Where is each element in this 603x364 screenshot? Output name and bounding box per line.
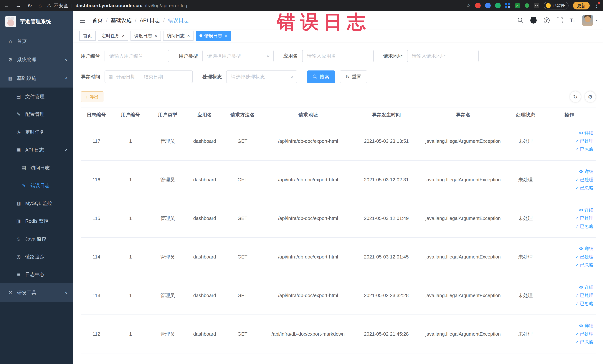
refresh-button[interactable]: ↻ — [570, 91, 581, 102]
detail-link[interactable]: 详细 — [579, 323, 593, 329]
sidebar-item-5[interactable]: ◷定时任务 — [0, 123, 73, 141]
hamburger-icon[interactable]: ☰ — [79, 16, 86, 24]
sidebar-item-0[interactable]: ⌂首页 — [0, 32, 73, 50]
user-id-cell: 1 — [112, 315, 149, 353]
sidebar-item-9[interactable]: ▥MySQL 监控 — [0, 194, 73, 212]
help-icon[interactable]: ? — [544, 17, 550, 23]
tab-1[interactable]: 定时任务× — [98, 31, 128, 41]
search-button[interactable]: 搜索 — [307, 70, 335, 83]
mark-processed-link[interactable]: ✓已处理 — [575, 293, 593, 298]
request-url-input[interactable] — [407, 50, 479, 62]
app-name-cell: dashboard — [186, 160, 223, 199]
search-icon[interactable] — [518, 18, 523, 23]
exception-time-range-picker[interactable]: ▦ 开始日期 - 结束日期 — [104, 70, 193, 83]
sidebar-item-label: 链路追踪 — [25, 254, 45, 260]
mark-processed-link[interactable]: ✓已处理 — [575, 331, 593, 337]
eye-icon — [579, 208, 583, 212]
infra-icon: ▦ — [7, 75, 13, 81]
app-name-input[interactable] — [302, 50, 374, 62]
mark-processed-link[interactable]: ✓已处理 — [575, 215, 593, 221]
detail-link[interactable]: 详细 — [579, 169, 593, 175]
column-settings-button[interactable]: ⚙ — [585, 91, 596, 102]
mark-ignored-link[interactable]: ✓已忽略 — [575, 301, 593, 306]
user-id-input[interactable] — [104, 50, 169, 62]
breadcrumb-item-0[interactable]: 首页 — [92, 17, 103, 24]
user-id-cell: 1 — [112, 237, 149, 276]
back-icon[interactable]: ← — [4, 2, 9, 9]
sidebar-item-12[interactable]: ◎链路追踪 — [0, 248, 73, 266]
reload-icon[interactable]: ↻ — [27, 2, 32, 9]
url-text[interactable]: dashboard.yudao.iocoder.cn/infra/log/api… — [75, 3, 187, 9]
exception-time-label: 异常时间 — [81, 74, 100, 80]
sidebar-item-label: 定时任务 — [25, 129, 45, 135]
paused-chip[interactable]: 已暂停 — [544, 2, 568, 10]
mark-processed-link[interactable]: ✓已处理 — [575, 138, 593, 144]
site-security-chip[interactable]: ⚠ 不安全 — [47, 2, 68, 9]
tab-label: 定时任务 — [102, 33, 119, 39]
close-icon[interactable]: × — [225, 34, 227, 38]
action-label: 已处理 — [580, 331, 593, 337]
breadcrumb-item-1[interactable]: 基础设施 — [111, 17, 132, 24]
check-icon: ✓ — [575, 185, 579, 190]
close-icon[interactable]: × — [155, 34, 157, 38]
action-label: 已忽略 — [580, 339, 593, 345]
actions-cell: 详细✓已处理✓已忽略 — [543, 237, 596, 276]
forward-icon[interactable]: → — [16, 2, 21, 9]
user-avatar[interactable]: ▾ — [582, 15, 597, 26]
extension-icon-grid[interactable] — [505, 3, 510, 8]
breadcrumb-separator: / — [135, 17, 136, 23]
api-log-icon: ▣ — [16, 147, 22, 153]
extension-icon-blue[interactable] — [485, 3, 491, 8]
github-icon[interactable] — [530, 17, 537, 23]
bookmark-star-icon[interactable]: ☆ — [466, 3, 471, 9]
tab-label: 错误日志 — [204, 33, 222, 39]
extension-icon-green[interactable] — [495, 3, 501, 8]
user-type-select[interactable]: 请选择用户类型∨ — [202, 50, 274, 62]
tab-2[interactable]: 调度日志× — [130, 31, 161, 41]
mark-ignored-link[interactable]: ✓已忽略 — [575, 223, 593, 229]
extension-icon-small-green[interactable] — [525, 3, 529, 8]
close-icon[interactable]: × — [187, 34, 190, 38]
fullscreen-icon[interactable] — [557, 17, 563, 23]
sidebar-logo[interactable]: 芋道管理系统 — [0, 11, 73, 32]
extension-on-badge[interactable]: on — [515, 3, 520, 8]
extension-icon-red[interactable] — [475, 3, 481, 8]
sidebar-item-8-active[interactable]: ✎错误日志 — [0, 176, 73, 194]
process-status-select[interactable]: 请选择处理状态∨ — [226, 70, 297, 83]
sidebar-item-10[interactable]: ◨Redis 监控 — [0, 212, 73, 230]
mark-ignored-link[interactable]: ✓已忽略 — [575, 146, 593, 152]
method-cell: GET — [223, 199, 262, 237]
detail-link[interactable]: 详细 — [579, 130, 593, 136]
sidebar-item-11[interactable]: ♨Java 监控 — [0, 230, 73, 248]
sidebar-item-14[interactable]: ⚒研发工具∨ — [0, 283, 73, 302]
detail-link[interactable]: 详细 — [579, 207, 593, 213]
browser-menu-icon[interactable]: ⋮ — [594, 3, 599, 9]
sidebar-item-3[interactable]: ▤文件管理 — [0, 88, 73, 105]
detail-link[interactable]: 详细 — [579, 284, 593, 290]
mark-ignored-link[interactable]: ✓已忽略 — [575, 339, 593, 345]
close-icon[interactable]: × — [122, 34, 125, 38]
sidebar-item-2[interactable]: ▦基础设施∧ — [0, 69, 73, 88]
sidebar-item-1[interactable]: ⚙系统管理∨ — [0, 50, 73, 69]
font-size-icon[interactable]: TT — [570, 17, 575, 23]
home-icon[interactable]: ⌂ — [38, 2, 42, 9]
mark-ignored-link[interactable]: ✓已忽略 — [575, 185, 593, 191]
reset-button[interactable]: ↻重置 — [340, 70, 367, 83]
detail-link[interactable]: 详细 — [579, 246, 593, 252]
tab-0[interactable]: 首页 — [79, 31, 96, 41]
tab-3[interactable]: 访问日志× — [163, 31, 194, 41]
export-button[interactable]: ↓导出 — [81, 91, 104, 102]
mark-processed-link[interactable]: ✓已处理 — [575, 254, 593, 260]
sidebar-item-4[interactable]: ✎配置管理 — [0, 105, 73, 123]
mark-processed-link[interactable]: ✓已处理 — [575, 177, 593, 183]
browser-update-button[interactable]: 更新 — [573, 2, 590, 10]
breadcrumb-item-2[interactable]: API 日志 — [140, 17, 160, 24]
sidebar-item-7[interactable]: ▤访问日志 — [0, 159, 73, 176]
sidebar-item-label: 访问日志 — [30, 164, 50, 171]
sidebar-item-6[interactable]: ▣API 日志∧ — [0, 141, 73, 159]
tampermonkey-icon[interactable] — [534, 3, 539, 8]
exception-name-cell: java.lang.IllegalArgumentException — [418, 199, 508, 237]
tab-4-active[interactable]: 错误日志× — [196, 31, 231, 41]
mark-ignored-link[interactable]: ✓已忽略 — [575, 262, 593, 268]
sidebar-item-13[interactable]: ≡日志中心 — [0, 266, 73, 283]
